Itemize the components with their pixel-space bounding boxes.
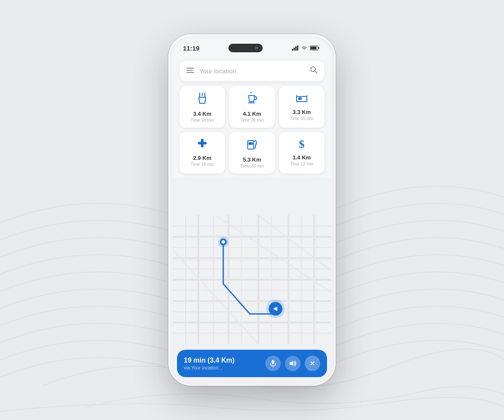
cafe-icon — [246, 92, 258, 107]
battery-icon — [310, 45, 319, 51]
nav-info: 19 min (3.4 Km) via Your location... — [184, 357, 261, 370]
restaurant-icon — [197, 92, 207, 107]
status-icons — [292, 45, 319, 51]
app-content: Your location — [173, 57, 331, 381]
nav-via: via Your location... — [184, 365, 261, 370]
cafe-time: Time 26 min — [240, 118, 264, 123]
category-card-cafe[interactable]: 4.1 Km Time 26 min — [229, 86, 275, 128]
category-card-medical[interactable]: 2.9 Km Time 14 min — [180, 132, 225, 174]
svg-rect-4 — [297, 45, 298, 51]
svg-line-12 — [315, 71, 317, 73]
gas-time: Time 28 min — [240, 164, 264, 168]
svg-rect-3 — [295, 46, 297, 51]
search-placeholder-text: Your location — [199, 67, 310, 75]
svg-rect-55 — [272, 360, 274, 364]
atm-time: Time 12 min — [290, 162, 314, 166]
medical-distance: 2.9 Km — [193, 155, 212, 161]
atm-icon: $ — [299, 138, 305, 151]
medical-time: Time 14 min — [191, 162, 214, 167]
search-icon[interactable] — [310, 66, 318, 76]
category-grid: 3.4 Km Time 19 min — [173, 86, 331, 174]
wifi-icon — [301, 45, 308, 51]
svg-line-38 — [258, 216, 331, 271]
gas-icon — [247, 138, 257, 153]
hotel-distance: 3.3 Km — [293, 109, 311, 115]
status-notch — [228, 44, 263, 52]
svg-rect-1 — [292, 49, 293, 51]
category-card-atm[interactable]: $ 1.4 Km Time 12 min — [279, 132, 324, 174]
svg-rect-2 — [294, 48, 295, 51]
svg-rect-18 — [298, 97, 302, 100]
atm-distance: 1.4 Km — [293, 154, 311, 161]
status-time: 11:19 — [183, 45, 199, 52]
map-area: 19 min (3.4 Km) via Your location... — [173, 178, 331, 381]
svg-rect-7 — [311, 47, 317, 50]
hotel-time: Time 15 min — [290, 116, 314, 121]
phone-mockup: 11:19 — [168, 34, 336, 386]
navigation-bar: 19 min (3.4 Km) via Your location... — [177, 350, 327, 377]
svg-rect-6 — [318, 47, 319, 49]
phone-screen: 11:19 — [173, 39, 331, 381]
medical-icon — [197, 138, 207, 151]
category-card-gas[interactable]: 5.3 Km Time 28 min — [229, 132, 275, 174]
gas-distance: 5.3 Km — [243, 156, 261, 163]
close-button[interactable]: × — [305, 356, 320, 371]
speaker-button[interactable] — [285, 356, 300, 371]
search-bar[interactable]: Your location — [180, 61, 324, 81]
restaurant-time: Time 19 min — [191, 118, 214, 123]
nav-duration-distance: 19 min (3.4 Km) — [184, 357, 261, 364]
mic-button[interactable] — [265, 356, 281, 371]
category-card-hotel[interactable]: 3.3 Km Time 15 min — [279, 86, 324, 128]
status-bar: 11:19 — [173, 39, 331, 57]
category-card-restaurant[interactable]: 3.4 Km Time 19 min — [180, 86, 225, 128]
svg-rect-25 — [249, 142, 253, 145]
hotel-icon — [296, 92, 308, 105]
restaurant-distance: 3.4 Km — [193, 111, 212, 117]
svg-rect-23 — [198, 142, 207, 144]
svg-point-52 — [222, 240, 225, 244]
menu-icon[interactable] — [186, 66, 194, 75]
phone-body: 11:19 — [168, 34, 336, 386]
signal-icon — [292, 45, 299, 51]
cafe-distance: 4.1 Km — [243, 111, 261, 117]
